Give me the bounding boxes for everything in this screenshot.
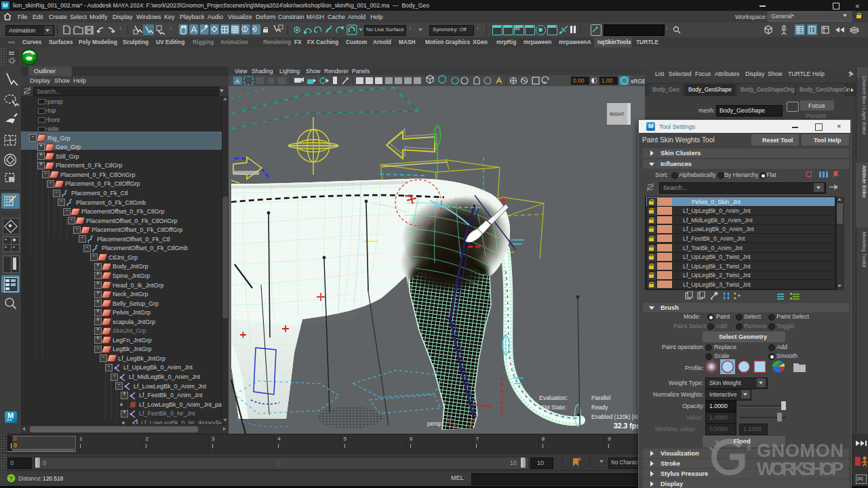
svg-text:Renderer: Renderer [324,68,349,75]
svg-text:GNOMON: GNOMON [757,441,844,461]
svg-text:Enabled (120k) [4/4]: Enabled (120k) [4/4] [591,413,644,420]
svg-text:Shading: Shading [252,68,273,75]
svg-text:Parallel: Parallel [591,394,610,401]
svg-text:persp: persp [427,420,442,427]
svg-text:EM State:: EM State: [541,404,566,411]
svg-text:Lighting: Lighting [279,68,300,75]
svg-text:View: View [235,68,248,75]
svg-text:Panels: Panels [352,68,370,75]
svg-text:sRGB g: sRGB g [631,78,645,85]
svg-text:Ready: Ready [591,404,608,411]
svg-text:A: A [235,78,239,85]
svg-text:0.00: 0.00 [573,77,585,84]
svg-text:WORKSHOP: WORKSHOP [757,459,844,479]
svg-text:32.3 fps: 32.3 fps [614,422,640,430]
svg-text:Show: Show [306,68,321,75]
svg-text:1.00: 1.00 [601,77,613,84]
svg-text:THE: THE [746,440,752,451]
svg-text:?: ? [9,475,13,482]
svg-text:RIGHT: RIGHT [610,112,625,117]
svg-text:Evaluation:: Evaluation: [539,394,568,401]
